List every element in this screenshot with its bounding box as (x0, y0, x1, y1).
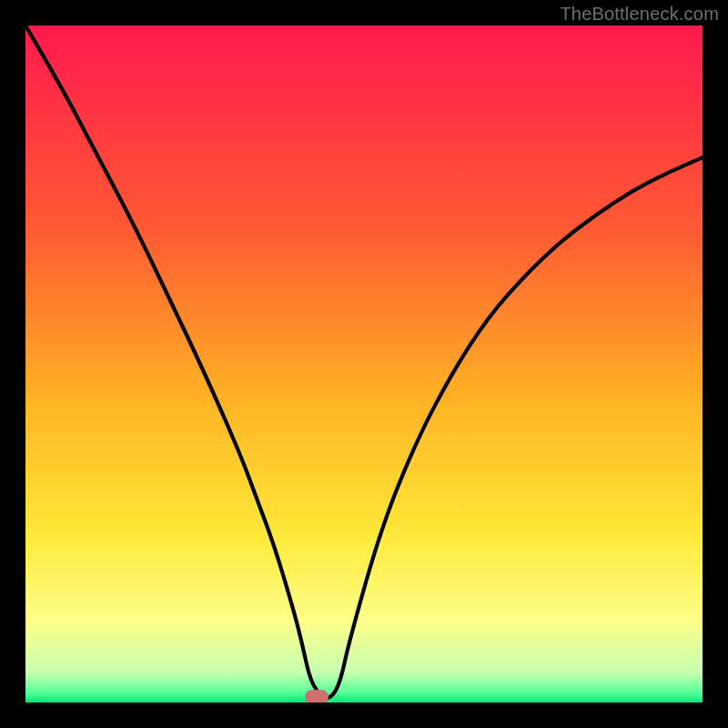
watermark-text: TheBottleneck.com (560, 4, 719, 25)
bottleneck-curve (25, 25, 703, 703)
optimum-marker (305, 690, 329, 703)
plot-area (25, 25, 703, 703)
chart-stage: TheBottleneck.com (0, 0, 728, 728)
